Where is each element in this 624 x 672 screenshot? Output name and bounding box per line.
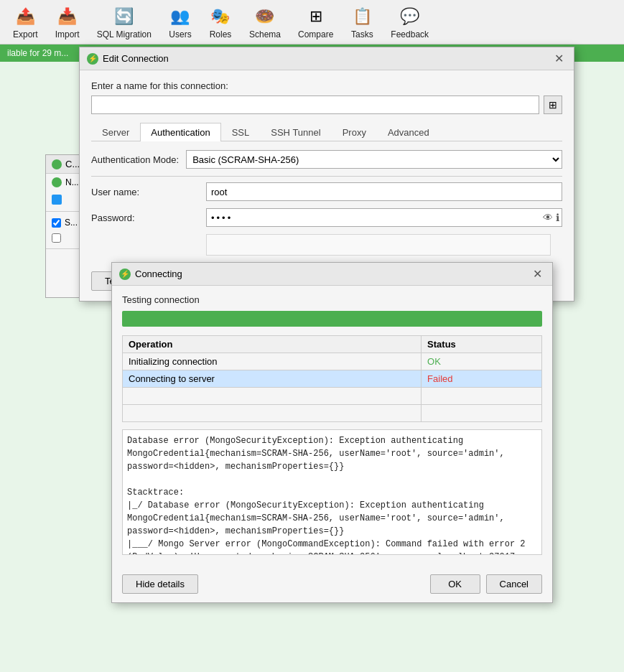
error-text-area[interactable]: Database error (MongoSecurityException):… (122, 429, 542, 555)
connecting-dialog-close-button[interactable]: ✕ (530, 267, 545, 281)
username-row: User name: (91, 182, 562, 201)
password-input[interactable] (206, 208, 562, 227)
connecting-dialog-icon: ⚡ (119, 269, 131, 280)
password-field-container: 👁 ℹ (206, 208, 562, 227)
compare-icon: ⊞ (304, 5, 327, 28)
status-cell-empty-2 (422, 405, 542, 422)
conn-name-browse-button[interactable]: ⊞ (544, 95, 562, 114)
toolbar: 📤 Export 📥 Import 🔄 SQL Migration 👥 User… (0, 0, 624, 45)
sql-migration-icon: 🔄 (113, 5, 136, 28)
testing-connection-label: Testing connection (122, 294, 542, 305)
show-password-button[interactable]: 👁 (543, 212, 553, 223)
tab-server[interactable]: Server (91, 123, 140, 141)
username-input[interactable] (206, 182, 562, 201)
toolbar-import[interactable]: 📥 Import (48, 2, 87, 42)
table-row-empty-1 (123, 388, 542, 405)
connection-tabs: Server Authentication SSL SSH Tunnel Pro… (91, 123, 562, 141)
op-cell-2: Connecting to server (123, 370, 422, 388)
tab-ssh-tunnel[interactable]: SSH Tunnel (260, 123, 331, 141)
tasks-label: Tasks (351, 29, 373, 39)
username-label: User name: (91, 187, 206, 197)
password-icons: 👁 ℹ (543, 212, 559, 223)
edit-connection-icon: ⚡ (87, 53, 98, 65)
cancel-button[interactable]: Cancel (486, 574, 542, 594)
divider (91, 176, 562, 177)
connecting-dialog-body: Testing connection Operation Status Init… (112, 286, 552, 574)
toolbar-compare[interactable]: ⊞ Compare (291, 2, 340, 42)
checkbox-label-1: S... (65, 218, 78, 228)
connecting-dialog-titlebar: ⚡ Connecting ✕ (112, 263, 552, 286)
feedback-label: Feedback (391, 29, 429, 39)
edit-connection-title: ⚡ Edit Connection (87, 53, 169, 65)
notif-text: ilable for 29 m... (7, 48, 68, 58)
connecting-dialog-title: ⚡ Connecting (119, 269, 182, 280)
toolbar-feedback[interactable]: 💬 Feedback (383, 2, 436, 42)
connecting-dialog-footer: Hide details OK Cancel (112, 574, 552, 602)
tab-proxy[interactable]: Proxy (332, 123, 377, 141)
auth-mode-select[interactable]: Basic (SCRAM-SHA-256) X.509 Kerberos LDA… (186, 150, 562, 169)
connecting-dialog: ⚡ Connecting ✕ Testing connection Operat… (111, 262, 553, 603)
op-cell-empty-2 (123, 405, 422, 422)
roles-icon: 🎭 (209, 5, 232, 28)
conn-name-label: Enter a name for this connection: (91, 80, 562, 91)
op-cell-empty-1 (123, 388, 422, 405)
ok-button[interactable]: OK (430, 574, 480, 594)
schema-icon: 🍩 (253, 5, 276, 28)
toolbar-schema[interactable]: 🍩 Schema (242, 2, 288, 42)
toolbar-export[interactable]: 📤 Export (6, 2, 45, 42)
import-label: Import (55, 29, 80, 39)
schema-label: Schema (249, 29, 281, 39)
roles-label: Roles (210, 29, 232, 39)
tab-advanced[interactable]: Advanced (377, 123, 440, 141)
export-icon: 📤 (14, 5, 37, 28)
progress-bar (122, 311, 542, 327)
hide-details-button[interactable]: Hide details (122, 574, 198, 594)
bg-list-label-1: N... (65, 177, 79, 187)
edit-connection-title-text: Edit Connection (103, 53, 169, 64)
table-row: Initializing connection OK (123, 353, 542, 370)
status-col-header: Status (422, 336, 542, 353)
edit-connection-close-button[interactable]: ✕ (551, 52, 567, 65)
list-icon-1 (52, 177, 62, 187)
users-label: Users (169, 29, 191, 39)
table-row-empty-2 (123, 405, 542, 422)
toolbar-sql-migration[interactable]: 🔄 SQL Migration (90, 2, 159, 42)
conn-name-input[interactable] (91, 95, 539, 114)
sql-migration-label: SQL Migration (97, 29, 152, 39)
status-cell-1: OK (422, 353, 542, 370)
tab-authentication[interactable]: Authentication (140, 123, 220, 141)
import-icon: 📥 (56, 5, 79, 28)
auth-mode-label: Authentication Mode: (91, 154, 179, 165)
password-info-button[interactable]: ℹ (556, 212, 559, 223)
connecting-dialog-title-text: Connecting (135, 269, 182, 279)
edit-connection-body: Enter a name for this connection: ⊞ Serv… (80, 70, 574, 266)
users-icon: 👥 (169, 5, 192, 28)
list-icon-2 (52, 195, 62, 205)
toolbar-users[interactable]: 👥 Users (162, 2, 199, 42)
checkbox-2[interactable] (52, 233, 61, 243)
status-cell-2: Failed (422, 370, 542, 388)
toolbar-roles[interactable]: 🎭 Roles (202, 2, 239, 42)
export-label: Export (13, 29, 38, 39)
bg-dialog-title: C... (65, 159, 80, 169)
checkbox-1[interactable] (52, 218, 61, 228)
table-row: Connecting to server Failed (123, 370, 542, 388)
password-label: Password: (91, 213, 206, 223)
conn-name-row: ⊞ (91, 95, 562, 114)
op-cell-1: Initializing connection (123, 353, 422, 370)
edit-connection-titlebar: ⚡ Edit Connection ✕ (80, 47, 574, 70)
tab-ssl[interactable]: SSL (221, 123, 261, 141)
status-cell-empty-1 (422, 388, 542, 405)
toolbar-tasks[interactable]: 📋 Tasks (343, 2, 381, 42)
footer-right-buttons: OK Cancel (430, 574, 542, 594)
operation-table: Operation Status Initializing connection… (122, 335, 542, 422)
tasks-icon: 📋 (350, 5, 373, 28)
feedback-icon: 💬 (399, 5, 422, 28)
password-row: Password: 👁 ℹ (91, 208, 562, 227)
op-col-header: Operation (123, 336, 422, 353)
auth-mode-row: Authentication Mode: Basic (SCRAM-SHA-25… (91, 150, 562, 169)
bg-dialog-icon (52, 159, 62, 169)
compare-label: Compare (298, 29, 333, 39)
